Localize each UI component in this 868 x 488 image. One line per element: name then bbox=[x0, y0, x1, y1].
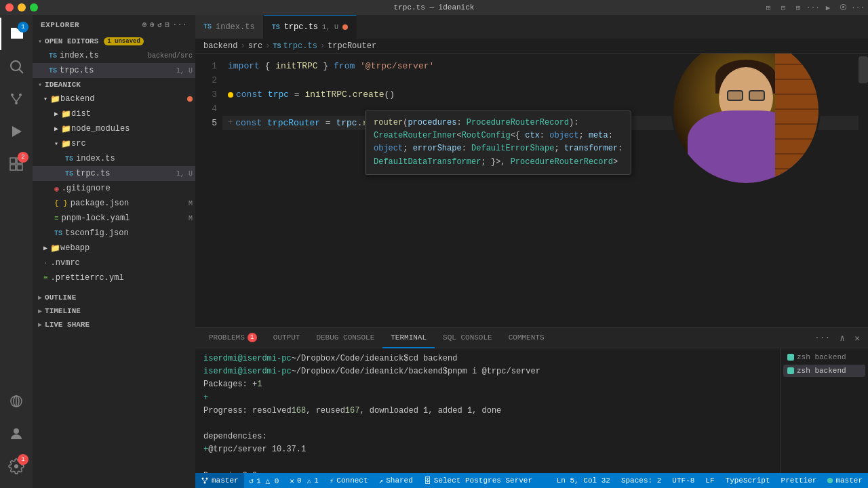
open-editor-index-ts[interactable]: TS index.ts backend/src bbox=[33, 48, 195, 63]
file-trpc-ts[interactable]: TS trpc.ts 1, U bbox=[33, 166, 195, 181]
zsh-icon-2 bbox=[787, 367, 794, 374]
play-icon[interactable]: ▶ bbox=[823, 3, 833, 12]
output-5d: 167 bbox=[345, 405, 360, 418]
panel-actions[interactable]: ··· ∧ ✕ bbox=[812, 331, 863, 345]
folder-backend[interactable]: ▾ 📁 backend bbox=[33, 92, 195, 106]
activity-item-settings[interactable]: 1 bbox=[0, 450, 33, 483]
file-prettierrc[interactable]: ≡ .prettierrc.yml bbox=[33, 270, 195, 285]
output-5e: , downloaded 1, added 1, done bbox=[359, 405, 501, 418]
activity-item-accounts[interactable] bbox=[0, 418, 33, 450]
outline-section[interactable]: ▶ OUTLINE bbox=[33, 291, 195, 304]
breadcrumb-src[interactable]: src bbox=[248, 41, 263, 51]
activity-item-run[interactable] bbox=[0, 115, 33, 148]
folder-src[interactable]: ▾ 📁 src bbox=[33, 136, 195, 151]
folder-node-modules[interactable]: ▶ 📁 node_modules bbox=[33, 121, 195, 136]
close-button[interactable] bbox=[5, 3, 14, 12]
tab-terminal[interactable]: TERMINAL bbox=[382, 328, 435, 348]
ideanick-section[interactable]: ▾ IDEANICK bbox=[33, 78, 195, 92]
plus-button-5[interactable]: + bbox=[228, 116, 233, 130]
activity-item-extensions[interactable]: 2 bbox=[0, 148, 33, 180]
ellipsis-icon[interactable]: ··· bbox=[853, 3, 863, 12]
punct-4: = bbox=[289, 87, 304, 102]
status-formatter[interactable]: Prettier bbox=[776, 473, 823, 488]
status-language[interactable]: TypeScript bbox=[720, 473, 776, 488]
more-icon[interactable]: ··· bbox=[808, 3, 818, 12]
split-icon[interactable]: ⊟ bbox=[778, 3, 788, 12]
webcam-video bbox=[673, 54, 818, 183]
ac-kw2: object bbox=[374, 144, 403, 153]
debug-icon[interactable]: ⦿ bbox=[838, 3, 848, 12]
activity-item-search[interactable] bbox=[0, 50, 33, 83]
refresh-icon[interactable]: ↺ bbox=[157, 20, 162, 29]
tab-debug-console[interactable]: DEBUG CONSOLE bbox=[308, 328, 382, 348]
panel-more-icon[interactable]: ··· bbox=[812, 331, 833, 344]
status-connect[interactable]: ⚡ Connect bbox=[324, 473, 374, 488]
maximize-button[interactable] bbox=[30, 3, 38, 12]
status-line-col[interactable]: Ln 5, Col 32 bbox=[551, 473, 616, 488]
tab-output[interactable]: OUTPUT bbox=[265, 328, 309, 348]
tab-dirty-dot bbox=[342, 24, 348, 30]
autocomplete-tooltip: router(procedures: ProcedureRouterRecord… bbox=[365, 110, 631, 175]
open-editors-badge: 1 unsaved bbox=[104, 37, 144, 45]
breadcrumb-trpc-router[interactable]: trpcRouter bbox=[328, 41, 376, 51]
status-encoding[interactable]: UTF-8 bbox=[667, 473, 700, 488]
terminal-tab-zsh-2[interactable]: zsh backend bbox=[783, 365, 865, 377]
terminal-content[interactable]: iserdmi@iserdmi-pc ~/Dropbox/Code/ideani… bbox=[195, 348, 780, 473]
status-line-ending[interactable]: LF bbox=[700, 473, 719, 488]
panel-close-icon[interactable]: ✕ bbox=[852, 331, 863, 345]
activity-item-explorer[interactable]: 1 bbox=[0, 18, 33, 50]
new-folder-icon[interactable]: ⊕ bbox=[150, 20, 155, 29]
breadcrumb-trpc-ts[interactable]: TStrpc.ts bbox=[273, 41, 317, 51]
title-bar-actions[interactable]: ⊞ ⊟ ⊞ ··· ▶ ⦿ ··· bbox=[764, 3, 863, 12]
status-postgres[interactable]: 🗄 Select Postgres Server bbox=[418, 473, 538, 488]
more-options-icon[interactable]: ··· bbox=[173, 20, 187, 29]
editor-scrollbar[interactable] bbox=[859, 54, 868, 327]
tab-sql-console[interactable]: SQL CONSOLE bbox=[435, 328, 500, 348]
sidebar-header-icons[interactable]: ⊕ ⊕ ↺ ⊟ ··· bbox=[142, 20, 187, 29]
file-index-ts[interactable]: TS index.ts bbox=[33, 151, 195, 166]
folder-dist[interactable]: ▶ 📁 dist bbox=[33, 106, 195, 121]
svg-marker-10 bbox=[12, 126, 22, 137]
file-name-trpc: trpc.ts bbox=[60, 66, 94, 75]
timeline-section[interactable]: ▶ TIMELINE bbox=[33, 304, 195, 318]
status-branch[interactable]: master bbox=[195, 473, 244, 488]
live-share-section[interactable]: ▶ LIVE SHARE bbox=[33, 318, 195, 331]
collapse-icon[interactable]: ⊟ bbox=[165, 20, 170, 29]
minimize-button[interactable] bbox=[18, 3, 26, 12]
cmd-path-2: ~/Dropbox/Code/ideanick/backend$ bbox=[292, 365, 448, 378]
tab-index-ts[interactable]: TS index.ts bbox=[195, 15, 264, 39]
file-nvmrc[interactable]: · .nvmrc bbox=[33, 256, 195, 270]
layout-icon[interactable]: ⊞ bbox=[764, 3, 773, 12]
window-controls[interactable] bbox=[5, 3, 38, 12]
file-tsconfig[interactable]: TS tsconfig.json bbox=[33, 226, 195, 241]
file-package-json[interactable]: { } package.json M bbox=[33, 196, 195, 211]
status-remote-branch[interactable]: master bbox=[822, 473, 868, 488]
tab-problems[interactable]: PROBLEMS 1 bbox=[201, 328, 265, 348]
terminal-tab-zsh-1[interactable]: zsh backend bbox=[783, 351, 865, 363]
output-5b: 168 bbox=[292, 405, 307, 418]
svg-line-23 bbox=[203, 480, 205, 482]
tab-comments[interactable]: COMMENTS bbox=[500, 328, 553, 348]
folder-webapp[interactable]: ▶ 📁 webapp bbox=[33, 241, 195, 256]
scrollbar-thumb[interactable] bbox=[859, 56, 868, 83]
panel-minimize-icon[interactable]: ∧ bbox=[837, 331, 848, 345]
activity-item-source-control[interactable] bbox=[0, 83, 33, 115]
file-pnpm-lock[interactable]: ≡ pnpm-lock.yaml M bbox=[33, 211, 195, 226]
activity-item-remote[interactable] bbox=[0, 385, 33, 418]
trpc-ts-label: trpc.ts bbox=[76, 169, 110, 178]
open-editors-section[interactable]: ▾ OPEN EDITORS 1 unsaved bbox=[33, 35, 195, 48]
status-sync[interactable]: ↺ 1 △ 0 bbox=[244, 473, 285, 488]
status-errors[interactable]: ✕ 0 ⚠ 1 bbox=[284, 473, 323, 488]
status-shared[interactable]: ↗ Shared bbox=[374, 473, 418, 488]
svg-line-9 bbox=[16, 96, 20, 102]
file-gitignore[interactable]: ◉ .gitignore bbox=[33, 181, 195, 196]
ac-meta: meta bbox=[589, 131, 608, 140]
tab-trpc-ts[interactable]: TS trpc.ts 1, U bbox=[264, 15, 357, 39]
breadcrumb-backend[interactable]: backend bbox=[203, 41, 237, 51]
new-file-icon[interactable]: ⊕ bbox=[142, 20, 147, 29]
status-spaces[interactable]: Spaces: 2 bbox=[616, 473, 667, 488]
ts-file-icon: TS bbox=[49, 52, 57, 60]
output-3: Packages: + bbox=[203, 378, 257, 391]
open-editor-trpc-ts[interactable]: TS trpc.ts 1, U bbox=[33, 63, 195, 78]
grid-icon[interactable]: ⊞ bbox=[793, 3, 803, 12]
